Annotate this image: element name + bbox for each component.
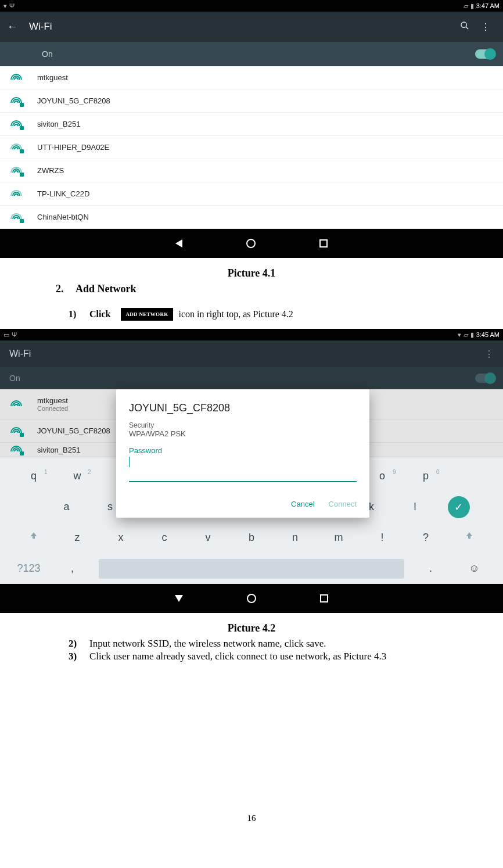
battery-status-icon: ▮ bbox=[470, 2, 474, 10]
step-1: 1) Click ADD NETWORK icon in right top, … bbox=[69, 308, 503, 321]
key-q[interactable]: q1 bbox=[12, 470, 56, 482]
key-space[interactable] bbox=[99, 559, 404, 579]
section-title: Add Network bbox=[76, 283, 136, 295]
key-shift[interactable] bbox=[12, 532, 56, 544]
wifi-network-list: mtkguestJOYUNI_5G_CF8208siviton_B251UTT-… bbox=[0, 66, 503, 229]
ssid-label: siviton_B251 bbox=[37, 120, 80, 128]
lock-icon bbox=[20, 173, 24, 177]
key-symbols[interactable]: ?123 bbox=[7, 562, 51, 575]
ssid-label: UTT-HIPER_D9A02E bbox=[37, 143, 109, 152]
section-number: 2. bbox=[56, 283, 76, 295]
key-![interactable]: ! bbox=[361, 532, 404, 544]
app-bar: Wi-Fi ⋮ bbox=[0, 340, 503, 367]
nav-bar bbox=[0, 229, 503, 258]
nav-recent-icon[interactable] bbox=[319, 239, 328, 248]
wifi-network-item[interactable]: siviton_B251 bbox=[0, 113, 503, 136]
step-text: Input network SSID, the wireless network… bbox=[89, 638, 326, 650]
caption-4-1: Picture 4.1 bbox=[0, 267, 503, 279]
wifi-signal-icon bbox=[10, 144, 22, 152]
screenshot-wifi-dialog: ▭ Ψ ▾ ▱ ▮ 3:45 AM Wi-Fi ⋮ On mtkguestCon… bbox=[0, 329, 503, 613]
lock-icon bbox=[20, 126, 24, 130]
usb-status-icon: Ψ bbox=[12, 331, 17, 338]
wifi-network-item[interactable]: JOYUNI_5G_CF8208 bbox=[0, 89, 503, 113]
overflow-menu-icon[interactable]: ⋮ bbox=[475, 21, 496, 33]
wifi-master-toggle-row: On bbox=[0, 42, 503, 66]
sim-status-icon: ▱ bbox=[464, 2, 468, 10]
key-emoji[interactable]: ☺ bbox=[452, 562, 496, 575]
wifi-signal-icon bbox=[10, 213, 22, 221]
screenshot-wifi-list: ▾ Ψ ▱ ▮ 3:47 AM ← Wi-Fi ⋮ On mtkguestJOY… bbox=[0, 0, 503, 258]
step-3: 3) Click user name already saved, click … bbox=[69, 651, 503, 662]
dialog-title: JOYUNI_5G_CF8208 bbox=[129, 402, 357, 414]
ssid-label: mtkguest bbox=[37, 396, 68, 405]
connect-button[interactable]: Connect bbox=[329, 500, 357, 508]
cancel-button[interactable]: Cancel bbox=[291, 500, 314, 508]
wifi-signal-icon bbox=[10, 120, 22, 128]
key-shift[interactable] bbox=[448, 532, 491, 544]
key-enter[interactable]: ✓ bbox=[448, 496, 470, 518]
nav-bar bbox=[0, 584, 503, 613]
app-bar: ← Wi-Fi ⋮ bbox=[0, 12, 503, 42]
nav-back-icon[interactable] bbox=[175, 239, 182, 248]
wifi-network-item[interactable]: ChinaNet-btQN bbox=[0, 206, 503, 229]
key-c[interactable]: c bbox=[143, 532, 186, 544]
nav-home-icon[interactable] bbox=[246, 239, 256, 248]
caption-4-2: Picture 4.2 bbox=[0, 622, 503, 634]
document-body-2: Picture 4.2 2) Input network SSID, the w… bbox=[0, 613, 503, 835]
wifi-status-icon: ▾ bbox=[3, 2, 7, 10]
overflow-menu-icon[interactable]: ⋮ bbox=[484, 349, 494, 360]
nav-recent-icon[interactable] bbox=[320, 594, 328, 602]
key-b[interactable]: b bbox=[230, 532, 274, 544]
ssid-label: siviton_B251 bbox=[37, 446, 80, 454]
key-v[interactable]: v bbox=[186, 532, 230, 544]
toggle-label: On bbox=[42, 49, 53, 59]
usb-status-icon: Ψ bbox=[9, 2, 15, 9]
step-number: 2) bbox=[69, 638, 89, 650]
wifi-connect-dialog: JOYUNI_5G_CF8208 Security WPA/WPA2 PSK P… bbox=[116, 389, 369, 518]
wifi-network-item[interactable]: TP-LINK_C22D bbox=[0, 182, 503, 206]
search-icon[interactable] bbox=[454, 21, 475, 33]
key-z[interactable]: z bbox=[56, 532, 99, 544]
document-body: Picture 4.1 2. Add Network 1) Click ADD … bbox=[0, 258, 503, 321]
wifi-network-item[interactable]: ZWRZS bbox=[0, 159, 503, 182]
nav-home-icon[interactable] bbox=[247, 594, 256, 603]
dimmed-background: mtkguestConnectedJOYUNI_5G_CF8208siviton… bbox=[0, 389, 503, 457]
page-title: Wi-Fi bbox=[29, 21, 454, 33]
key-a[interactable]: a bbox=[45, 501, 88, 513]
wifi-toggle-switch[interactable] bbox=[475, 374, 495, 383]
key-p[interactable]: p0 bbox=[404, 470, 448, 482]
wifi-signal-icon bbox=[10, 446, 22, 454]
wifi-toggle-switch[interactable] bbox=[475, 49, 495, 59]
password-label: Password bbox=[129, 446, 357, 455]
ssid-label: JOYUNI_5G_CF8208 bbox=[37, 426, 110, 435]
password-input[interactable] bbox=[129, 467, 357, 482]
svg-line-1 bbox=[466, 27, 468, 29]
key-m[interactable]: m bbox=[317, 532, 361, 544]
step-2: 2) Input network SSID, the wireless netw… bbox=[69, 638, 503, 650]
key-period[interactable]: . bbox=[409, 562, 452, 575]
battery-status-icon: ▮ bbox=[470, 331, 474, 339]
key-x[interactable]: x bbox=[99, 532, 143, 544]
toggle-label: On bbox=[9, 374, 20, 383]
lock-icon bbox=[20, 433, 24, 437]
page-number: 16 bbox=[0, 813, 503, 835]
section-heading: 2. Add Network bbox=[56, 283, 503, 295]
wifi-network-item[interactable]: UTT-HIPER_D9A02E bbox=[0, 136, 503, 159]
ssid-label: ChinaNet-btQN bbox=[37, 213, 89, 221]
key-comma[interactable]: , bbox=[51, 562, 94, 575]
security-value: WPA/WPA2 PSK bbox=[129, 429, 357, 438]
svg-point-0 bbox=[461, 22, 466, 27]
wifi-network-item[interactable]: mtkguest bbox=[0, 66, 503, 89]
key-w[interactable]: w2 bbox=[56, 470, 99, 482]
key-?[interactable]: ? bbox=[404, 532, 448, 544]
nav-hide-keyboard-icon[interactable] bbox=[175, 595, 183, 602]
status-time: 3:47 AM bbox=[476, 2, 500, 9]
wifi-master-toggle-row: On bbox=[0, 367, 503, 389]
lock-icon bbox=[20, 219, 24, 223]
key-l[interactable]: l bbox=[393, 501, 437, 513]
step-number: 3) bbox=[69, 651, 89, 662]
status-bar: ▭ Ψ ▾ ▱ ▮ 3:45 AM bbox=[0, 329, 503, 340]
ssid-label: TP-LINK_C22D bbox=[37, 189, 89, 198]
key-n[interactable]: n bbox=[274, 532, 317, 544]
back-icon[interactable]: ← bbox=[7, 21, 17, 33]
